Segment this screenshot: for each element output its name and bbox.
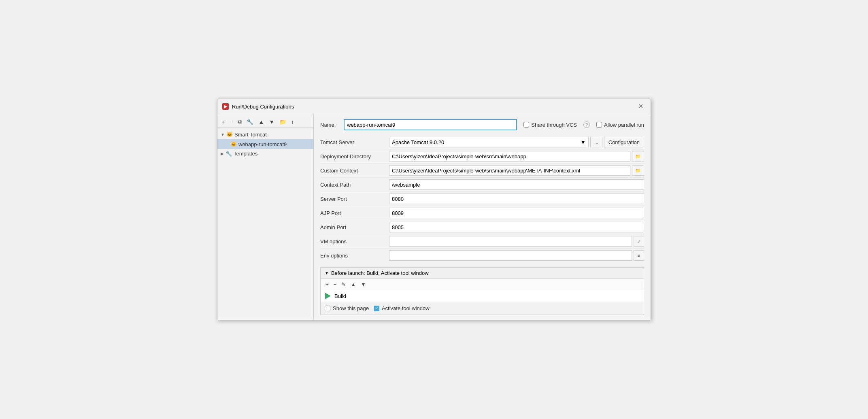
dialog-title: Run/Debug Configurations (232, 104, 294, 110)
bl-edit-button[interactable]: ✎ (340, 281, 347, 288)
deployment-dir-browse[interactable]: 📁 (632, 151, 644, 162)
vm-options-label: VM options (320, 238, 389, 245)
env-options-doc[interactable]: ≡ (634, 250, 644, 261)
vm-options-row: VM options ⤢ (320, 234, 644, 249)
tomcat-config-button[interactable]: Configuration (604, 137, 644, 147)
tree-templates[interactable]: ▶ 🔧 Templates (217, 149, 313, 158)
admin-port-input[interactable] (389, 222, 644, 232)
name-input[interactable] (344, 119, 517, 130)
tomcat-server-row: Tomcat Server Apache Tomcat 9.0.20 ▼ ...… (320, 135, 644, 149)
show-page-checkbox[interactable] (325, 306, 330, 311)
share-vcs-label: Share through VCS (531, 122, 577, 128)
deployment-dir-input[interactable] (389, 151, 630, 162)
deployment-dir-control: 📁 (389, 151, 644, 162)
custom-context-row: Custom Context 📁 (320, 164, 644, 178)
doc-icon: ≡ (638, 253, 640, 258)
bl-up-button[interactable]: ▲ (349, 281, 357, 288)
tomcat-group-icon: 🐱 (226, 131, 233, 138)
help-icon[interactable]: ? (583, 121, 590, 128)
parallel-run-checkbox-label[interactable]: Allow parallel run (596, 122, 644, 128)
before-launch-section: ▼ Before launch: Build, Activate tool wi… (320, 267, 644, 315)
show-page-label: Show this page (333, 305, 369, 311)
tomcat-browse-button[interactable]: ... (590, 137, 602, 147)
server-port-row: Server Port (320, 192, 644, 206)
folder-button[interactable]: 📁 (278, 118, 288, 126)
tree-item-label: webapp-run-tomcat9 (238, 141, 287, 147)
activate-window-checkbox-label[interactable]: ✓ Activate tool window (374, 305, 430, 311)
form-grid: Tomcat Server Apache Tomcat 9.0.20 ▼ ...… (320, 135, 644, 262)
close-button[interactable]: ✕ (636, 102, 646, 111)
run-debug-dialog: ▶ Run/Debug Configurations ✕ + − ⧉ 🔧 ▲ ▼… (217, 99, 651, 320)
vm-options-input[interactable] (389, 236, 632, 247)
custom-context-browse[interactable]: 📁 (632, 165, 644, 176)
bl-remove-button[interactable]: − (332, 281, 338, 288)
move-up-button[interactable]: ▲ (257, 118, 266, 126)
dropdown-arrow-icon: ▼ (581, 139, 586, 145)
ajp-port-control (389, 208, 644, 218)
right-panel: Name: Share through VCS ? Allow parallel… (314, 114, 651, 320)
admin-port-label: Admin Port (320, 224, 389, 230)
before-launch-toolbar: + − ✎ ▲ ▼ (321, 279, 644, 290)
deployment-dir-label: Deployment Directory (320, 153, 389, 160)
chevron-down-icon: ▼ (221, 132, 225, 137)
show-page-checkbox-label[interactable]: Show this page (325, 305, 369, 311)
context-path-input[interactable] (389, 179, 644, 190)
context-path-control (389, 179, 644, 190)
share-vcs-checkbox[interactable] (523, 122, 529, 128)
top-row: Name: Share through VCS ? Allow parallel… (320, 119, 644, 130)
activate-window-label: Activate tool window (382, 305, 430, 311)
tree-item-webapp[interactable]: 🐱 webapp-run-tomcat9 (217, 139, 313, 149)
before-launch-header: ▼ Before launch: Build, Activate tool wi… (321, 268, 644, 279)
move-down-button[interactable]: ▼ (267, 118, 276, 126)
ajp-port-label: AJP Port (320, 210, 389, 216)
parallel-run-checkbox[interactable] (596, 122, 602, 128)
title-bar-left: ▶ Run/Debug Configurations (222, 103, 294, 110)
before-launch-chevron-icon: ▼ (325, 271, 329, 275)
add-config-button[interactable]: + (220, 118, 226, 126)
left-panel: + − ⧉ 🔧 ▲ ▼ 📁 ↕ ▼ 🐱 Smart Tomcat 🐱 webap… (217, 114, 314, 320)
copy-config-button[interactable]: ⧉ (236, 117, 243, 126)
remove-config-button[interactable]: − (228, 118, 234, 126)
title-bar: ▶ Run/Debug Configurations ✕ (217, 99, 651, 114)
vm-options-expand[interactable]: ⤢ (634, 236, 644, 247)
share-vcs-checkbox-label[interactable]: Share through VCS (523, 122, 577, 128)
context-path-row: Context Path (320, 178, 644, 192)
admin-port-row: Admin Port (320, 220, 644, 234)
tree-group-smart-tomcat[interactable]: ▼ 🐱 Smart Tomcat (217, 130, 313, 139)
name-row: Name: (320, 119, 517, 130)
parallel-run-label: Allow parallel run (604, 122, 644, 128)
tomcat-server-control: Apache Tomcat 9.0.20 ▼ ... Configuration (389, 137, 644, 147)
custom-context-control: 📁 (389, 165, 644, 176)
tomcat-item-icon: 🐱 (230, 141, 237, 147)
admin-port-control (389, 222, 644, 232)
env-options-row: Env options ≡ (320, 249, 644, 262)
custom-context-input[interactable] (389, 165, 630, 176)
expand-icon: ⤢ (637, 239, 640, 244)
build-arrow-icon (325, 293, 331, 299)
bl-down-button[interactable]: ▼ (359, 281, 368, 288)
before-launch-header-label: Before launch: Build, Activate tool wind… (331, 270, 429, 276)
build-label: Build (334, 293, 346, 299)
build-row: Build (321, 290, 644, 302)
activate-window-checkbox-checked: ✓ (374, 306, 379, 311)
left-toolbar: + − ⧉ 🔧 ▲ ▼ 📁 ↕ (217, 116, 313, 128)
templates-icon: 🔧 (226, 151, 232, 157)
wrench-button[interactable]: 🔧 (245, 118, 255, 126)
app-icon: ▶ (222, 103, 229, 110)
ajp-port-row: AJP Port (320, 206, 644, 220)
sort-button[interactable]: ↕ (289, 118, 296, 126)
bottom-bar: Show this page ✓ Activate tool window (321, 302, 644, 315)
folder-browse-icon: 📁 (635, 154, 641, 159)
context-path-label: Context Path (320, 182, 389, 188)
bl-add-button[interactable]: + (324, 281, 330, 288)
content-area: + − ⧉ 🔧 ▲ ▼ 📁 ↕ ▼ 🐱 Smart Tomcat 🐱 webap… (217, 114, 651, 320)
tree-group-label: Smart Tomcat (234, 132, 267, 138)
tomcat-server-dropdown[interactable]: Apache Tomcat 9.0.20 ▼ (389, 137, 589, 147)
tomcat-server-label: Tomcat Server (320, 139, 389, 145)
server-port-input[interactable] (389, 194, 644, 204)
ajp-port-input[interactable] (389, 208, 644, 218)
chevron-right-icon: ▶ (221, 151, 224, 156)
custom-context-label: Custom Context (320, 168, 389, 174)
server-port-label: Server Port (320, 196, 389, 202)
env-options-input[interactable] (389, 250, 632, 261)
